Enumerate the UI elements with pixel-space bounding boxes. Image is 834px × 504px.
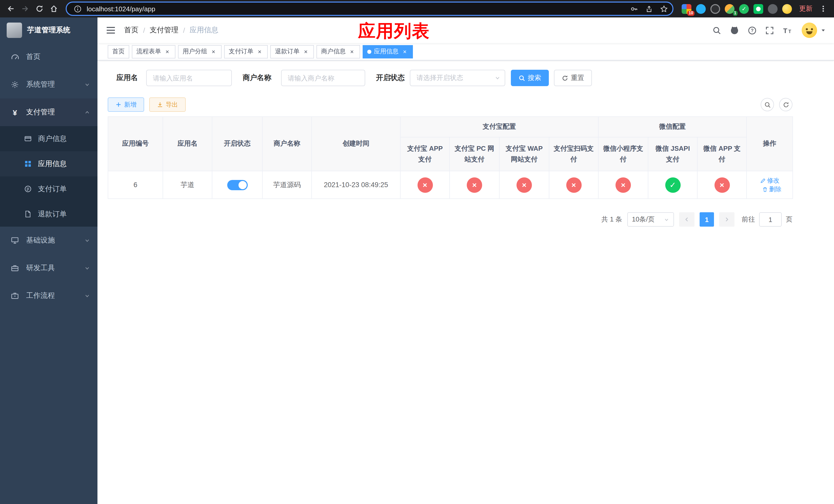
close-icon[interactable]	[302, 48, 309, 55]
enabled-toggle[interactable]	[227, 180, 247, 190]
close-icon[interactable]	[401, 48, 408, 55]
sidebar-item-system[interactable]: 系统管理	[0, 71, 97, 98]
help-button[interactable]: ?	[748, 26, 756, 35]
reset-button[interactable]: 重置	[554, 70, 592, 86]
cell-status	[212, 171, 262, 199]
prev-page-button[interactable]	[679, 212, 695, 227]
url-text[interactable]: localhost:1024/pay/app	[87, 5, 625, 13]
browser-toolbar: localhost:1024/pay/app 10 1 更新	[0, 0, 834, 18]
close-icon[interactable]	[163, 48, 171, 55]
sidebar-item-home[interactable]: 首页	[0, 43, 97, 71]
app-title: 芋道管理系统	[27, 26, 70, 35]
hamburger-icon	[106, 25, 116, 36]
extensions-puzzle-icon[interactable]	[768, 4, 777, 14]
table-mini-actions	[761, 98, 792, 111]
document-icon	[24, 210, 32, 218]
tab-pay-order[interactable]: 支付订单	[224, 45, 268, 58]
close-icon[interactable]	[210, 48, 217, 55]
github-button[interactable]	[730, 26, 739, 35]
delete-link[interactable]: 删除	[762, 185, 782, 193]
browser-menu-button[interactable]	[816, 2, 830, 15]
back-icon	[7, 5, 15, 13]
reload-button[interactable]	[33, 2, 46, 15]
profile-emoji-icon[interactable]	[782, 4, 792, 14]
export-button[interactable]: 导出	[149, 97, 186, 112]
sidebar-toggle-button[interactable]	[106, 25, 116, 36]
col-header-merchant: 商户名称	[262, 117, 312, 171]
goto-page-input[interactable]	[759, 212, 782, 227]
merchant-name-input[interactable]	[281, 70, 365, 86]
tab-merchant-info[interactable]: 商户信息	[316, 45, 360, 58]
payment-config-status-icon: ×	[417, 177, 433, 192]
toggle-knob	[238, 181, 246, 189]
user-menu[interactable]	[802, 23, 826, 38]
col-header-app-id: 应用编号	[108, 117, 163, 171]
sidebar-logo[interactable]: 芋道管理系统	[0, 18, 97, 43]
breadcrumb-home[interactable]: 首页	[124, 26, 138, 35]
refresh-table-button[interactable]	[779, 98, 792, 111]
close-icon[interactable]	[256, 48, 263, 55]
page-number-button[interactable]: 1	[700, 212, 714, 227]
extension-icon-green-square[interactable]	[753, 4, 763, 14]
close-icon[interactable]	[348, 48, 355, 55]
sidebar-item-payment[interactable]: ¥ 支付管理	[0, 98, 97, 126]
browser-update-button[interactable]: 更新	[796, 4, 815, 13]
tab-user-group[interactable]: 用户分组	[178, 45, 222, 58]
font-size-button[interactable]: TT	[783, 26, 793, 35]
share-icon[interactable]	[643, 3, 655, 14]
github-icon	[730, 26, 739, 35]
fullscreen-button[interactable]	[765, 26, 774, 35]
site-info-icon[interactable]	[72, 3, 83, 14]
password-key-icon[interactable]	[628, 3, 640, 14]
tab-refund-order[interactable]: 退款订单	[270, 45, 314, 58]
refresh-icon	[562, 75, 568, 81]
add-button[interactable]: 新增	[108, 97, 144, 112]
cell-alipay-wap: ×	[499, 171, 549, 199]
extension-icon-avatar[interactable]: 1	[725, 4, 734, 14]
extension-icon-grid[interactable]: 10	[682, 4, 692, 14]
cell-wx-app: ×	[697, 171, 747, 199]
sidebar-item-refund-order[interactable]: 退款订单	[0, 202, 97, 227]
bookmark-star-icon[interactable]	[658, 3, 670, 14]
chevron-down-icon	[664, 216, 670, 222]
toggle-search-button[interactable]	[761, 98, 774, 111]
col-header-alipay-app: 支付宝 APP 支付	[400, 137, 449, 171]
edit-link[interactable]: 修改	[760, 176, 780, 185]
tab-process-form[interactable]: 流程表单	[132, 45, 175, 58]
search-button[interactable]: 搜索	[511, 70, 549, 86]
sidebar-item-dev-tools[interactable]: 研发工具	[0, 254, 97, 282]
cell-alipay-qr: ×	[549, 171, 598, 199]
pagination-total: 共 1 条	[601, 215, 622, 224]
tabs-bar: 首页 流程表单 用户分组 支付订单 退款订单 商户信息 应用信息	[97, 43, 834, 61]
app-name-input[interactable]	[146, 70, 232, 86]
goto-unit: 页	[786, 215, 792, 224]
dashboard-icon	[10, 52, 20, 61]
search-button[interactable]	[712, 26, 721, 35]
sidebar-item-workflow[interactable]: 工作流程	[0, 282, 97, 310]
page-size-select[interactable]: 10条/页	[627, 212, 674, 227]
back-button[interactable]	[4, 2, 18, 15]
tab-app-info[interactable]: 应用信息	[363, 45, 413, 58]
breadcrumb-payment[interactable]: 支付管理	[150, 26, 178, 35]
sidebar-item-pay-order[interactable]: 支付订单	[0, 176, 97, 202]
font-size-icon: TT	[783, 26, 793, 35]
extension-icon-dark[interactable]	[710, 4, 720, 14]
cell-merchant: 芋道源码	[262, 171, 312, 199]
home-button[interactable]	[47, 2, 61, 15]
cell-wx-mini: ×	[598, 171, 648, 199]
next-page-button[interactable]	[719, 212, 734, 227]
extensions-area: 10 1	[679, 4, 795, 14]
extension-icon-green-check[interactable]	[739, 4, 749, 14]
monitor-icon	[10, 236, 20, 245]
sidebar-item-app-info[interactable]: 应用信息	[0, 151, 97, 176]
sidebar-item-infrastructure[interactable]: 基础设施	[0, 227, 97, 254]
col-header-wx-jsapi: 微信 JSAPI 支付	[648, 137, 697, 171]
status-select[interactable]: 请选择开启状态	[410, 70, 505, 86]
forward-button[interactable]	[19, 2, 32, 15]
address-bar[interactable]: localhost:1024/pay/app	[66, 2, 674, 16]
chevron-down-icon	[84, 293, 90, 299]
sidebar-item-merchant-info[interactable]: 商户信息	[0, 126, 97, 151]
download-icon	[157, 101, 163, 108]
tab-home[interactable]: 首页	[108, 45, 129, 58]
extension-icon-blue[interactable]	[696, 4, 706, 14]
